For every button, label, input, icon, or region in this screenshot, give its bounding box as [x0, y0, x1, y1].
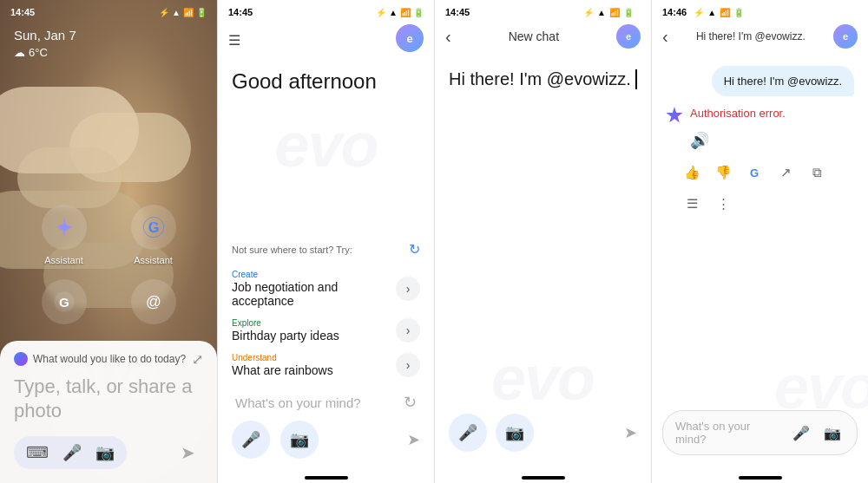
- panel-good-afternoon: 14:45 ⚡ ▲ 📶 🔋 ☰ e Good afternoon evo Not…: [217, 0, 434, 483]
- mic-btn-3[interactable]: 🎤: [449, 414, 487, 452]
- avatar-afternoon[interactable]: e: [396, 24, 424, 52]
- action-pill[interactable]: ⌨ 🎤 📷: [14, 436, 127, 469]
- user-bubble: Hi there! I'm @evowizz.: [712, 66, 854, 96]
- google-icon-item[interactable]: G: [26, 279, 102, 330]
- input-row: What's on your mind? ↻: [232, 393, 420, 412]
- refresh-icon[interactable]: ↻: [409, 241, 420, 258]
- response-body: Hi there! I'm @evowizz. Authorisation er…: [652, 55, 868, 410]
- assistant-g-svg: G: [141, 215, 166, 239]
- camera-btn-4[interactable]: 📷: [820, 421, 845, 445]
- loading-icon: ↻: [404, 393, 417, 412]
- greeting-text: Good afternoon: [218, 59, 434, 101]
- signal-3: 📶: [609, 8, 620, 17]
- wifi-4: ▲: [707, 8, 716, 17]
- expand-icon[interactable]: ⤢: [192, 351, 203, 368]
- gemini-icon: [14, 352, 28, 366]
- suggestion-item-3[interactable]: Understand What are rainbows ›: [218, 348, 434, 382]
- avatar-4-initials: e: [843, 31, 848, 42]
- avatar-initials: e: [406, 32, 412, 45]
- signal-icon: 📶: [183, 8, 194, 17]
- suggestion-tag-understand: Understand: [232, 353, 389, 362]
- ai-error-text: Authorisation error.: [690, 107, 786, 124]
- suggestion-tag-explore: Explore: [232, 318, 389, 328]
- home-time: 14:45: [10, 7, 35, 17]
- suggestion-text-1: Job negotiation and acceptance: [232, 280, 389, 308]
- assistant-star-circle[interactable]: [42, 205, 87, 250]
- google-circle[interactable]: G: [42, 279, 87, 324]
- camera-btn-3[interactable]: 📷: [496, 414, 534, 452]
- suggestion-arrow-3[interactable]: ›: [396, 353, 420, 377]
- chat-response-area: Hi there! I'm @evowizz.: [435, 55, 651, 403]
- panel-new-chat: 14:45 ⚡ ▲ 📶 🔋 ‹ New chat e Hi there! I'm…: [434, 0, 651, 483]
- send-btn-3[interactable]: ➤: [624, 423, 637, 442]
- google-g-icon[interactable]: G: [742, 160, 766, 185]
- top-bar-afternoon: 14:45 ⚡ ▲ 📶 🔋: [218, 0, 434, 21]
- assistant-actions: ⌨ 🎤 📷 ➤: [14, 436, 203, 469]
- bottom-input-4[interactable]: What's on your mind? 🎤 📷: [662, 410, 858, 455]
- assistant-g-circle[interactable]: G: [131, 205, 176, 250]
- suggestions-label: Not sure where to start? Try: ↻: [218, 241, 434, 264]
- back-arrow-4[interactable]: ‹: [662, 27, 668, 47]
- suggestion-arrow-2[interactable]: ›: [396, 318, 420, 343]
- list-icon[interactable]: ☰: [680, 192, 704, 216]
- newchat-topbar: 14:45 ⚡ ▲ 📶 🔋: [435, 0, 651, 21]
- threads-circle[interactable]: @: [131, 279, 176, 324]
- assistant-bar[interactable]: What would you like to do today? ⤢ Type,…: [0, 341, 217, 483]
- suggestion-1-content: Create Job negotiation and acceptance: [232, 270, 389, 308]
- more-icon[interactable]: ⋮: [711, 192, 735, 216]
- threads-icon-item[interactable]: @: [115, 279, 191, 330]
- status-icons-home: ⚡ ▲ 📶 🔋: [159, 8, 207, 17]
- evo-area: evo: [218, 101, 434, 172]
- keyboard-icon[interactable]: ⌨: [26, 443, 49, 462]
- avatar-newchat[interactable]: e: [616, 24, 641, 49]
- assistant-star-label: Assistant: [44, 255, 83, 265]
- mic-btn-2[interactable]: 🎤: [232, 421, 270, 459]
- bottom-input-3: 🎤 📷 ➤: [435, 403, 651, 469]
- input-placeholder-4[interactable]: What's on your mind?: [675, 420, 782, 446]
- sound-icon[interactable]: 🔊: [690, 132, 709, 149]
- panel-home: evo 14:45 ⚡ ▲ 📶 🔋 Sun, Jan 7 ☁ 6°C Assis…: [0, 0, 217, 483]
- svg-text:@: @: [146, 293, 161, 310]
- thumbs-down-icon[interactable]: 👎: [711, 160, 735, 185]
- send-button-home[interactable]: ➤: [172, 437, 203, 468]
- input-placeholder-2[interactable]: What's on your mind?: [235, 395, 397, 410]
- thumbs-up-icon[interactable]: 👍: [680, 160, 704, 185]
- assistant-star-icon-item[interactable]: Assistant: [26, 205, 102, 265]
- suggestion-item-2[interactable]: Explore Birthday party ideas ›: [218, 313, 434, 348]
- share-icon[interactable]: ↗: [773, 160, 798, 185]
- wifi-icon-2: ▲: [389, 8, 398, 17]
- mic-icon[interactable]: 🎤: [62, 443, 82, 462]
- assistant-g-icon-item[interactable]: G Assistant: [115, 205, 191, 265]
- camera-btn-2[interactable]: 📷: [280, 421, 319, 459]
- response-topbar: 14:46 ⚡ ▲ 📶 🔋: [652, 0, 868, 21]
- date-widget: Sun, Jan 7 ☁ 6°C: [0, 21, 217, 66]
- back-arrow-3[interactable]: ‹: [445, 27, 451, 47]
- copy-icon[interactable]: ⧉: [805, 160, 829, 185]
- status-icons-3: ⚡ ▲ 📶 🔋: [583, 8, 634, 17]
- newchat-title: New chat: [458, 29, 609, 43]
- bottom-line-2: [305, 476, 348, 480]
- bt-4: ⚡: [694, 8, 704, 17]
- status-icons-4: ⚡ ▲ 📶 🔋: [694, 8, 744, 17]
- assistant-hint-text: What would you like to do today?: [33, 353, 187, 365]
- weather-display: ☁ 6°C: [14, 46, 203, 59]
- cloud-icon: ☁: [14, 46, 25, 59]
- suggestion-item-1[interactable]: Create Job negotiation and acceptance ›: [218, 264, 434, 313]
- suggestion-arrow-1[interactable]: ›: [396, 277, 420, 301]
- send-btn-2[interactable]: ➤: [407, 430, 420, 449]
- camera-icon[interactable]: 📷: [95, 443, 115, 462]
- assistant-placeholder[interactable]: Type, talk, or share a photo: [14, 375, 203, 424]
- time-response: 14:46: [662, 7, 687, 17]
- battery-4: 🔋: [733, 8, 744, 17]
- home-app-icons: Assistant G Assistant G: [0, 205, 217, 330]
- battery-3: 🔋: [623, 8, 634, 17]
- chat-input-area-2: What's on your mind? ↻ 🎤 📷 ➤: [218, 382, 434, 469]
- avatar-response[interactable]: e: [833, 24, 858, 49]
- newchat-nav: ‹ New chat e: [435, 21, 651, 55]
- response-header-title: Hi there! I'm @evowizz.: [675, 30, 826, 42]
- panel2-header: ☰ e: [218, 21, 434, 59]
- suggestion-tag-create: Create: [232, 270, 389, 279]
- mic-btn-4[interactable]: 🎤: [789, 421, 813, 445]
- suggestions-label-text: Not sure where to start? Try:: [232, 245, 352, 255]
- hamburger-icon[interactable]: ☰: [228, 32, 240, 49]
